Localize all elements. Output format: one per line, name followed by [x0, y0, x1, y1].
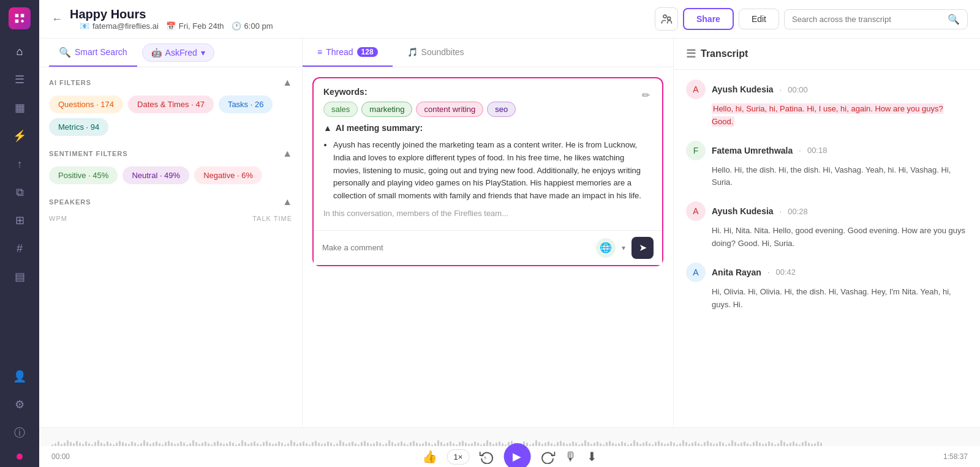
- rewind-button[interactable]: 5: [479, 449, 494, 464]
- sidebar-item-document[interactable]: ☰: [7, 67, 32, 92]
- ai-filters-collapse-icon[interactable]: ▲: [282, 77, 292, 88]
- transcript-text-1: Hello, hi, Suria, hi, Patina. Hi, I use,…: [686, 103, 968, 129]
- sidebar-item-chart[interactable]: ▦: [7, 95, 32, 120]
- topbar: ← Happy Hours 📧 fatema@fireflies.ai 📅 Fr…: [39, 0, 980, 39]
- thread-card-header: Keywords: sales marketing content writin…: [314, 78, 662, 123]
- speaker-name-3: Ayush Kudesia: [712, 206, 774, 216]
- dot-1: ·: [780, 85, 782, 94]
- tab-soundbites[interactable]: 🎵 Soundbites: [393, 39, 479, 67]
- filter-negative[interactable]: Negative · 6%: [194, 166, 262, 184]
- ask-fred-chevron: ▾: [201, 48, 205, 58]
- filter-neutral[interactable]: Neutral · 49%: [123, 166, 189, 184]
- send-button[interactable]: ➤: [631, 237, 654, 259]
- smart-search-icon: 🔍: [59, 47, 71, 58]
- transcript-content: A Ayush Kudesia · 00:00 Hello, hi, Suria…: [674, 70, 980, 427]
- keyword-seo[interactable]: seo: [487, 102, 516, 117]
- speaker-row-1: A Ayush Kudesia · 00:00: [686, 80, 968, 99]
- left-panel: 🔍 Smart Search 🤖 AskFred ▾ AI FILTERS ▲: [39, 39, 303, 427]
- sidebar-item-settings[interactable]: ⚙: [7, 392, 32, 417]
- like-button[interactable]: 👍: [422, 449, 437, 464]
- ai-filters-title: AI FILTERS: [49, 79, 91, 86]
- ai-summary-text: Ayush has recently joined the marketing …: [323, 139, 652, 220]
- filter-tasks[interactable]: Tasks · 26: [219, 95, 273, 113]
- avatar-1: A: [686, 80, 706, 99]
- share-button[interactable]: Share: [683, 8, 734, 30]
- search-icon: 🔍: [948, 13, 960, 25]
- content-area: 🔍 Smart Search 🤖 AskFred ▾ AI FILTERS ▲: [39, 39, 980, 427]
- speaker-name-2: Fatema Umrethwala: [712, 146, 793, 155]
- main-area: ← Happy Hours 📧 fatema@fireflies.ai 📅 Fr…: [39, 0, 980, 467]
- comment-dropdown-arrow[interactable]: ▾: [622, 244, 625, 252]
- svg-point-0: [663, 15, 666, 18]
- thread-edit-button[interactable]: ✏: [639, 87, 652, 103]
- ai-summary-partial: In this conversation, members of the Fir…: [323, 207, 652, 220]
- filter-metrics[interactable]: Metrics · 94: [49, 118, 108, 136]
- speakers-columns: WPM TALK TIME: [49, 215, 292, 222]
- speakers-collapse-icon[interactable]: ▲: [282, 196, 292, 207]
- sidebar-item-bar-chart[interactable]: ▤: [7, 264, 32, 289]
- globe-button[interactable]: 🌐: [596, 238, 616, 258]
- sidebar-item-home[interactable]: ⌂: [7, 39, 32, 64]
- meeting-meta: 📧 fatema@fireflies.ai 📅 Fri, Feb 24th 🕐 …: [80, 21, 273, 31]
- transcript-header: ☰ Transcript: [674, 39, 980, 70]
- dot-4: ·: [767, 267, 770, 277]
- tab-ask-fred[interactable]: 🤖 AskFred ▾: [142, 43, 214, 62]
- sidebar-item-upload[interactable]: ↑: [7, 152, 32, 176]
- notification-dot: [17, 454, 23, 460]
- edit-button[interactable]: Edit: [739, 9, 779, 29]
- wpm-label: WPM: [49, 215, 67, 222]
- keyword-marketing[interactable]: marketing: [361, 102, 412, 117]
- transcript-entry-3: A Ayush Kudesia · 00:28 Hi. Hi, Nita. Ni…: [686, 201, 968, 250]
- comment-input[interactable]: [322, 243, 590, 252]
- thread-content: Keywords: sales marketing content writin…: [303, 67, 673, 427]
- keywords-section: Keywords: sales marketing content writin…: [323, 87, 516, 117]
- sidebar-item-info[interactable]: ⓘ: [7, 420, 32, 445]
- speaker-name-4: Anita Rayan: [712, 267, 761, 277]
- tab-thread[interactable]: ≡ Thread 128: [303, 39, 393, 67]
- avatar-3: A: [686, 201, 706, 221]
- talk-time-label: TALK TIME: [252, 215, 292, 222]
- filters-section: AI FILTERS ▲ Questions · 174 Dates & Tim…: [39, 67, 302, 427]
- speaker-time-3: 00:28: [788, 207, 808, 216]
- keywords-label: Keywords:: [323, 87, 516, 97]
- transcript-search-input[interactable]: [792, 15, 943, 24]
- sidebar-item-hashtag[interactable]: #: [7, 236, 32, 261]
- sidebar: ⌂ ☰ ▦ ⚡ ↑ ⧉ ⊞ # ▤ 👤 ⚙ ⓘ: [0, 0, 39, 467]
- thread-icon: ≡: [317, 47, 322, 57]
- transcript-entry-4: A Anita Rayan · 00:42 Hi, Olivia. Hi, Ol…: [686, 263, 968, 312]
- meta-email: 📧 fatema@fireflies.ai: [80, 21, 159, 31]
- play-button[interactable]: ▶: [503, 443, 530, 467]
- app-logo: [9, 7, 31, 29]
- middle-tabs: ≡ Thread 128 🎵 Soundbites: [303, 39, 673, 67]
- waveform-button[interactable]: 🎙: [565, 450, 577, 464]
- sentiment-filter-tags: Positive · 45% Neutral · 49% Negative · …: [49, 166, 292, 184]
- back-button[interactable]: ←: [51, 13, 62, 26]
- attendees-button[interactable]: [655, 7, 678, 31]
- sentiment-filters-collapse-icon[interactable]: ▲: [282, 148, 292, 159]
- sentiment-filters-header: SENTIMENT FILTERS ▲: [49, 148, 292, 159]
- transcript-text-3: Hi. Hi, Nita. Nita. Hello, good evening.…: [686, 225, 968, 250]
- triangle-icon: ▲: [323, 123, 332, 133]
- svg-text:5: 5: [484, 456, 486, 460]
- speaker-time-2: 00:18: [807, 146, 827, 155]
- meta-date: 📅 Fri, Feb 24th: [166, 21, 224, 31]
- keyword-tags: sales marketing content writing seo: [323, 102, 516, 117]
- forward-button[interactable]: [540, 449, 555, 464]
- speaker-row-4: A Anita Rayan · 00:42: [686, 263, 968, 282]
- transcript-entry-2: F Fatema Umrethwala · 00:18 Hello. Hi, t…: [686, 141, 968, 190]
- sidebar-item-grid[interactable]: ⊞: [7, 208, 32, 233]
- sidebar-item-people[interactable]: 👤: [7, 364, 32, 389]
- sidebar-item-lightning[interactable]: ⚡: [7, 124, 32, 148]
- filter-questions[interactable]: Questions · 174: [49, 95, 123, 113]
- tab-smart-search[interactable]: 🔍 Smart Search: [49, 39, 137, 67]
- speed-button[interactable]: 1×: [447, 449, 470, 465]
- dot-3: ·: [780, 207, 782, 216]
- topbar-actions: Share Edit 🔍: [655, 7, 968, 31]
- filter-dates-times[interactable]: Dates & Times · 47: [128, 95, 214, 113]
- keyword-content-writing[interactable]: content writing: [416, 102, 483, 117]
- keyword-sales[interactable]: sales: [323, 102, 358, 117]
- filter-positive[interactable]: Positive · 45%: [49, 166, 118, 184]
- email-icon: 📧: [80, 21, 89, 31]
- sidebar-item-layers[interactable]: ⧉: [7, 180, 32, 204]
- download-button[interactable]: ⬇: [587, 449, 597, 464]
